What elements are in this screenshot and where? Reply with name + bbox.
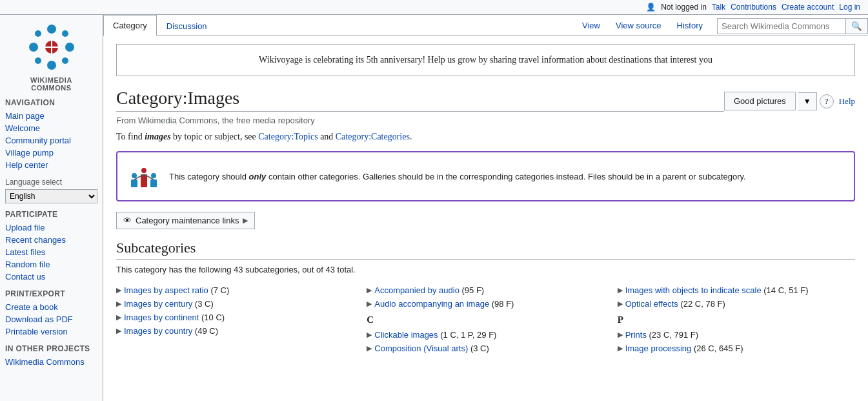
tabs-area: Category Discussion View View source His… [103,15,868,36]
good-pictures-dropdown[interactable]: ▼ [798,92,817,110]
sidebar-item-download-pdf[interactable]: Download as PDF [5,313,97,325]
svg-point-0 [47,25,56,34]
find-word: images [145,132,173,141]
sidebar-item-village-pump[interactable]: Village pump [5,147,97,159]
from-line: From Wikimedia Commons, the free media r… [116,116,855,125]
subcat-count: (3 C) [195,299,214,309]
subcat-count: (22 C, 78 F) [680,299,725,309]
tab-discussion[interactable]: Discussion [157,15,217,36]
subcat-link-audio2[interactable]: Audio accompanying an image [374,299,489,309]
contributions-link[interactable]: Contributions [731,3,776,12]
subcat-link-aspect-ratio[interactable]: Images by aspect ratio [124,285,208,295]
subcat-link-century[interactable]: Images by century [124,299,192,309]
subcat-count: (23 C, 791 F) [649,330,699,340]
other-projects-label: In other projects [5,344,97,353]
sidebar-item-latest-files[interactable]: Latest files [5,246,97,258]
navigation-label: Navigation [5,98,97,107]
list-item: ▶ Images by country (49 C) [116,324,354,338]
print-export-label: Print/export [5,289,97,298]
arrow-icon: ▶ [367,286,372,294]
sidebar-item-random-file[interactable]: Random file [5,258,97,271]
create-account-link[interactable]: Create account [782,3,834,12]
arrow-icon: ▶ [367,344,372,353]
svg-point-16 [151,173,156,178]
tab-history[interactable]: History [669,17,711,34]
language-select-container: English Deutsch Français Español [5,189,97,203]
subcategories-title: Subcategories [116,240,855,260]
category-maintenance-links[interactable]: 👁 Category maintenance links ▶ [116,212,255,229]
arrow-icon: ▶ [116,286,121,294]
subcat-count: (3 C) [470,344,489,353]
sidebar-item-wikimedia-commons[interactable]: Wikimedia Commons [5,356,97,368]
svg-point-2 [29,43,38,52]
subcat-link-scale[interactable]: Images with objects to indicate scale [625,285,762,295]
search-button[interactable]: 🔍 [846,18,868,34]
subcat-col-c: ▶ Accompanied by audio (95 F) ▶ Audio ac… [367,283,604,355]
tab-view-source[interactable]: View source [608,17,669,34]
arrow-icon: ▶ [618,331,623,339]
tab-category[interactable]: Category [103,15,157,36]
sidebar-item-contact-us[interactable]: Contact us [5,271,97,283]
find-link1[interactable]: Category:Topics [258,132,318,141]
warning-pre: This category should [169,172,249,181]
title-actions: Good pictures ▼ ? Help [724,92,855,110]
sidebar-item-community-portal[interactable]: Community portal [5,134,97,147]
logo: WIKIMEDIA COMMONS [5,21,97,92]
sidebar-item-create-book[interactable]: Create a book [5,301,97,313]
subcat-link-continent[interactable]: Images by continent [124,313,199,322]
logo-text-line2: COMMONS [5,84,97,92]
user-icon: 👤 [646,3,656,12]
sidebar-item-welcome[interactable]: Welcome [5,122,97,134]
good-pictures-button[interactable]: Good pictures [724,92,796,110]
svg-point-14 [141,168,146,173]
page-title: Category:Images [116,88,724,112]
sidebar: WIKIMEDIA COMMONS Navigation Main page W… [0,15,103,401]
help-icon[interactable]: ? [820,94,834,108]
sidebar-item-upload-file[interactable]: Upload file [5,221,97,234]
svg-point-12 [132,173,137,178]
subcat-count: (26 C, 645 F) [694,344,743,353]
list-item: ▶ Optical effects (22 C, 78 F) [618,297,855,311]
not-logged-in-text: Not logged in [661,3,707,12]
arrow-icon: ▶ [116,327,121,335]
svg-point-5 [62,30,68,37]
svg-point-1 [47,61,56,70]
svg-point-7 [62,57,68,64]
sidebar-item-main-page[interactable]: Main page [5,110,97,122]
subcat-link-composition[interactable]: Composition (Visual arts) [374,344,468,353]
log-in-link[interactable]: Log in [839,3,860,12]
subcat-link-prints[interactable]: Prints [625,330,647,340]
warning-box: This category should only contain other … [116,151,855,201]
logo-svg [26,21,77,73]
list-item: ▶ Prints (23 C, 791 F) [618,328,855,342]
warning-post: contain other categories. Galleries shou… [266,172,745,181]
subcat-link-country[interactable]: Images by country [124,326,192,336]
subcat-link-audio[interactable]: Accompanied by audio [374,285,459,295]
subcat-count: (10 C) [201,313,225,322]
tabs-right: View View source History [574,17,711,34]
subcat-link-clickable[interactable]: Clickable images [374,330,438,340]
talk-link[interactable]: Talk [712,3,725,12]
search-input[interactable] [717,18,846,34]
subcat-count: (98 F) [492,299,514,309]
warning-icon [128,160,160,192]
subcat-link-processing[interactable]: Image processing [625,344,692,353]
search-box: 🔍 [717,18,868,34]
subcat-count: (95 F) [461,285,484,295]
cat-maintenance-arrow: ▶ [243,216,248,225]
list-item: ▶ Images by century (3 C) [116,297,354,311]
help-link[interactable]: Help [839,96,855,107]
sidebar-item-printable-version[interactable]: Printable version [5,325,97,338]
subcategories-grid: ▶ Images by aspect ratio (7 C) ▶ Images … [116,283,855,355]
cat-maintenance-label: Category maintenance links [136,216,239,225]
list-item: ▶ Clickable images (1 C, 1 P, 29 F) [367,328,604,342]
find-link2[interactable]: Category:Categories [336,132,410,141]
language-select[interactable]: English Deutsch Français Español [5,189,97,203]
sidebar-item-help-center[interactable]: Help center [5,159,97,171]
list-item: ▶ Accompanied by audio (95 F) [367,283,604,297]
language-select-label: Language select [5,178,97,187]
arrow-icon: ▶ [367,300,372,308]
subcat-link-optical[interactable]: Optical effects [625,299,678,309]
sidebar-item-recent-changes[interactable]: Recent changes [5,234,97,246]
tab-view[interactable]: View [574,17,608,34]
